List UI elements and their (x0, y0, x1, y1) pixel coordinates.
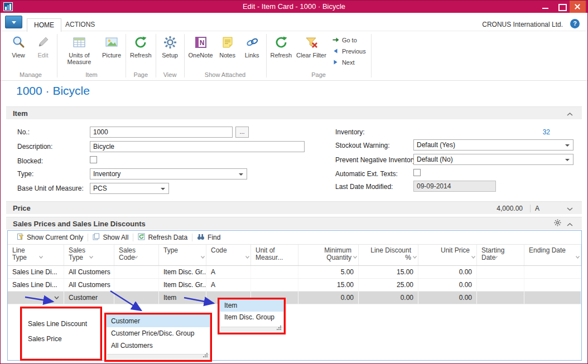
cell-minimum-quantity[interactable]: 0.00 (298, 292, 359, 304)
cell-uom[interactable] (251, 266, 298, 278)
filter-chevron-icon[interactable] (576, 253, 580, 260)
table-row[interactable]: Sales Line Di... All Customers Item Disc… (8, 266, 581, 279)
column-header-starting-date[interactable]: Starting Date (477, 245, 524, 265)
sales-prices-fasttab-header[interactable]: Sales Prices and Sales Line Discounts (6, 217, 582, 230)
cell-sales-code[interactable] (114, 292, 159, 304)
cell-ending-date[interactable] (524, 266, 581, 278)
edit-button[interactable]: Edit (31, 31, 55, 59)
filter-chevron-icon[interactable] (471, 253, 475, 260)
cell-line-discount[interactable]: 25.00 (359, 279, 418, 291)
cell-unit-price[interactable]: 0.00 (418, 266, 477, 278)
table-row-selected[interactable]: Customer Item 0.00 0.00 0.00 (8, 292, 581, 304)
column-header-ending-date[interactable]: Ending Date (524, 245, 581, 265)
help-button[interactable]: ? (570, 19, 580, 28)
description-input[interactable] (90, 141, 305, 152)
cell-sales-type[interactable]: All Customers (64, 279, 114, 291)
cell-code[interactable]: A (206, 279, 251, 291)
cell-type[interactable]: Item Disc. Gr... (159, 279, 206, 291)
filter-chevron-icon[interactable] (245, 253, 249, 260)
menu-item[interactable]: Customer Price/Disc. Group (107, 327, 210, 339)
cell-code[interactable]: A (206, 266, 251, 278)
filter-chevron-icon[interactable] (89, 253, 113, 260)
links-button[interactable]: Links (240, 31, 264, 59)
cell-ending-date[interactable] (524, 292, 581, 304)
inventory-drilldown-link[interactable]: 32 (413, 128, 550, 136)
column-header-minimum-quantity[interactable]: Minimum Quantity (298, 245, 359, 265)
cell-sales-type[interactable]: Customer (64, 292, 114, 304)
menu-item[interactable]: Sales Price (22, 332, 100, 347)
column-header-sales-type[interactable]: Sales Type (64, 245, 114, 265)
blocked-checkbox[interactable] (90, 156, 97, 163)
find-button[interactable]: Find (192, 231, 225, 244)
column-header-line-discount[interactable]: Line Discount % (359, 245, 418, 265)
filter-chevron-icon[interactable] (494, 253, 523, 260)
cell-sales-type[interactable]: All Customers (64, 266, 114, 278)
column-header-line-type[interactable]: Line Type (8, 245, 64, 265)
menu-resize-bar[interactable] (107, 354, 209, 359)
cell-starting-date[interactable] (477, 266, 524, 278)
setup-button[interactable]: Setup (158, 31, 182, 59)
item-fasttab-header[interactable]: Item (6, 106, 582, 119)
menu-resize-bar[interactable] (220, 327, 283, 332)
base-uom-select[interactable]: PCS (90, 183, 169, 194)
customize-gear-icon[interactable] (554, 219, 561, 229)
no-input[interactable] (90, 127, 233, 138)
expand-icon[interactable] (567, 203, 573, 213)
column-header-type[interactable]: Type (159, 245, 206, 265)
cell-line-type[interactable]: Sales Line Di... (8, 279, 64, 291)
picture-button[interactable]: Picture (99, 31, 124, 59)
collapse-icon[interactable] (567, 108, 573, 118)
cell-type[interactable]: Item (159, 292, 206, 304)
cell-line-type-combo[interactable] (8, 292, 64, 304)
filter-chevron-icon[interactable] (413, 253, 417, 260)
cell-ending-date[interactable] (524, 279, 581, 291)
menu-item[interactable]: Item Disc. Group (220, 312, 283, 323)
table-row[interactable]: Sales Line Di... All Customers Item Disc… (8, 279, 581, 292)
show-all-button[interactable]: Show All (88, 231, 133, 244)
cell-sales-code[interactable] (114, 279, 159, 291)
filter-chevron-icon[interactable] (322, 253, 357, 260)
application-menu-button[interactable] (5, 16, 22, 28)
cell-sales-code[interactable] (114, 266, 159, 278)
menu-item-selected[interactable]: Item (220, 300, 283, 312)
filter-chevron-icon[interactable] (201, 253, 205, 260)
refresh-data-button[interactable]: Refresh Data (133, 231, 192, 244)
notes-button[interactable]: Notes (215, 31, 240, 59)
refresh-button[interactable]: Refresh (128, 31, 154, 59)
menu-item[interactable]: Sales Line Discount (22, 317, 100, 332)
close-button[interactable] (570, 1, 586, 13)
cell-minimum-quantity[interactable]: 5.00 (298, 266, 359, 278)
column-header-code[interactable]: Code (206, 245, 251, 265)
tab-home[interactable]: HOME (27, 18, 61, 32)
resize-grip-icon[interactable] (203, 353, 208, 358)
column-header-sales-code[interactable]: Sales Code (114, 245, 159, 265)
cell-unit-price[interactable]: 0.00 (418, 292, 477, 304)
prevent-negative-inventory-select[interactable]: Default (No) (413, 154, 573, 165)
units-of-measure-button[interactable]: Units of Measure (59, 31, 99, 65)
cell-starting-date[interactable] (477, 292, 524, 304)
filter-chevron-icon[interactable] (266, 253, 297, 260)
tab-actions[interactable]: ACTIONS (65, 21, 95, 28)
cell-minimum-quantity[interactable]: 15.00 (298, 279, 359, 291)
cell-line-type[interactable]: Sales Line Di... (8, 266, 64, 278)
dropdown-chevron-icon[interactable] (54, 296, 59, 299)
cell-starting-date[interactable] (477, 279, 524, 291)
goto-button[interactable]: Go to (332, 36, 366, 45)
column-header-unit-of-measure[interactable]: Unit of Measur... (251, 245, 298, 265)
cell-line-discount[interactable]: 0.00 (359, 292, 418, 304)
next-button[interactable]: Next (332, 58, 366, 67)
refresh-page-button[interactable]: Refresh (268, 31, 295, 59)
menu-item[interactable]: All Customers (107, 339, 210, 352)
clear-filter-button[interactable]: Clear Filter (294, 31, 329, 59)
price-fasttab-header[interactable]: Price 4,000.00 A (6, 201, 582, 214)
previous-button[interactable]: Previous (332, 47, 366, 56)
maximize-button[interactable] (553, 1, 570, 13)
filter-chevron-icon[interactable] (39, 253, 62, 260)
resize-grip-icon[interactable] (277, 326, 282, 331)
cell-line-discount[interactable]: 15.00 (359, 266, 418, 278)
type-select[interactable]: Inventory (90, 168, 247, 179)
cell-uom[interactable] (251, 279, 298, 291)
automatic-ext-texts-checkbox[interactable] (413, 169, 421, 176)
view-button[interactable]: View (6, 31, 31, 59)
column-header-unit-price[interactable]: Unit Price (418, 245, 477, 265)
